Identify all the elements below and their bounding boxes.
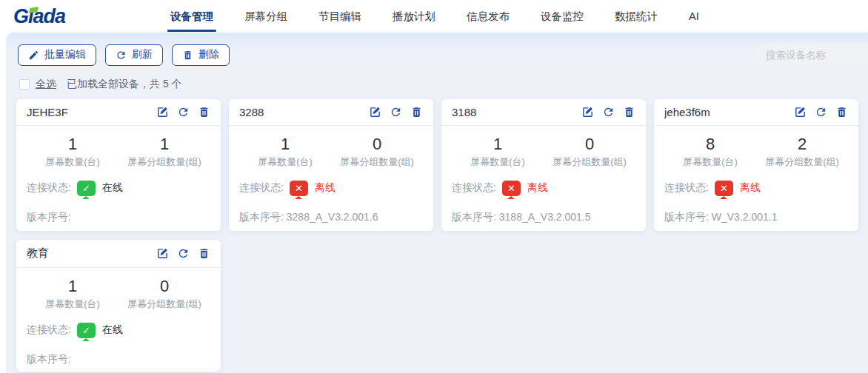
trash-icon[interactable] xyxy=(198,247,210,260)
refresh-label: 刷新 xyxy=(132,48,153,61)
group-count-value: 0 xyxy=(331,135,423,154)
device-stats: 8 屏幕数量(台) 2 屏幕分组数量(组) xyxy=(664,135,848,169)
connection-status-label: 连接状态: xyxy=(452,181,496,195)
screen-count-stat: 1 屏幕数量(台) xyxy=(452,135,544,169)
connection-status-value: 在线 xyxy=(102,323,123,337)
delete-label: 删除 xyxy=(198,48,219,61)
group-count-label: 屏幕分组数量(组) xyxy=(756,155,848,169)
device-card-body: 1 屏幕数量(台) 1 屏幕分组数量(组) 连接状态: ✓ 在线 版本序号: xyxy=(16,126,221,224)
device-card[interactable]: JEHE3F 1 屏幕数量(台) 1 屏幕分组数量(组) 连接状态: ✓ xyxy=(16,99,221,231)
device-name: 3188 xyxy=(452,106,581,118)
batch-edit-label: 批量编辑 xyxy=(44,48,86,61)
connection-status-row: 连接状态: ✕ 离线 xyxy=(239,177,423,199)
screen-count-stat: 1 屏幕数量(台) xyxy=(239,135,331,169)
edit-icon[interactable] xyxy=(156,247,169,260)
nav-item-label: AI xyxy=(689,10,699,22)
nav-item-5[interactable]: 信息发布 xyxy=(464,0,513,33)
status-glyph: ✓ xyxy=(82,325,90,336)
nav-item-2[interactable]: 屏幕分组 xyxy=(241,0,290,33)
group-count-stat: 2 屏幕分组数量(组) xyxy=(756,135,848,169)
screen-count-value: 1 xyxy=(27,135,118,154)
device-name: 3288 xyxy=(239,106,369,118)
edit-icon[interactable] xyxy=(581,106,594,118)
screen-count-label: 屏幕数量(台) xyxy=(27,155,118,169)
refresh-icon[interactable] xyxy=(602,106,615,118)
device-card-header: 教育 xyxy=(16,240,221,268)
brand-logo: Giada xyxy=(0,5,167,28)
device-card-actions xyxy=(369,106,423,118)
device-card[interactable]: jehe3f6m 8 屏幕数量(台) 2 屏幕分组数量(组) 连接状态: xyxy=(654,99,858,231)
nav-item-7[interactable]: 数据统计 xyxy=(612,0,661,33)
connection-status-row: 连接状态: ✓ 在线 xyxy=(27,319,210,341)
device-card[interactable]: 3288 1 屏幕数量(台) 0 屏幕分组数量(组) 连接状态: ✕ xyxy=(229,99,433,231)
monitor-check-icon: ✓ xyxy=(77,181,96,196)
nav-item-1[interactable]: 设备管理 xyxy=(167,0,216,33)
search-input[interactable] xyxy=(754,44,868,66)
connection-status-label: 连接状态: xyxy=(664,181,709,195)
trash-icon[interactable] xyxy=(410,106,423,118)
monitor-check-icon: ✓ xyxy=(77,323,96,338)
device-card-actions xyxy=(794,106,848,118)
connection-status-label: 连接状态: xyxy=(27,181,71,195)
nav-item-6[interactable]: 设备监控 xyxy=(538,0,587,33)
main-nav: 设备管理屏幕分组节目编辑播放计划信息发布设备监控数据统计AI xyxy=(167,0,702,33)
connection-status-row: 连接状态: ✕ 离线 xyxy=(452,177,635,199)
version-text: 版本序号: xyxy=(27,353,210,366)
screen-count-label: 屏幕数量(台) xyxy=(239,155,331,169)
nav-item-8[interactable]: AI xyxy=(686,0,702,33)
connection-status-label: 连接状态: xyxy=(239,181,284,195)
select-all-checkbox[interactable] xyxy=(19,79,30,90)
screen-count-value: 1 xyxy=(239,135,331,154)
device-card-body: 1 屏幕数量(台) 0 屏幕分组数量(组) 连接状态: ✓ 在线 版本序号: xyxy=(16,268,221,366)
refresh-icon[interactable] xyxy=(390,106,402,118)
trash-icon[interactable] xyxy=(198,106,210,118)
nav-item-label: 节目编辑 xyxy=(318,10,361,24)
group-count-label: 屏幕分组数量(组) xyxy=(544,155,635,169)
device-card-body: 8 屏幕数量(台) 2 屏幕分组数量(组) 连接状态: ✕ 离线 版本序号: W… xyxy=(654,126,858,224)
monitor-x-icon: ✕ xyxy=(502,181,521,196)
device-name: jehe3f6m xyxy=(664,106,794,118)
toolbar: 批量编辑 刷新 删除 xyxy=(6,33,868,66)
refresh-icon[interactable] xyxy=(177,247,190,260)
loaded-count-text: 已加载全部设备，共 5 个 xyxy=(67,78,182,91)
status-glyph: ✕ xyxy=(507,183,515,194)
nav-item-3[interactable]: 节目编辑 xyxy=(316,0,364,33)
selection-row: 全选 已加载全部设备，共 5 个 xyxy=(6,66,868,91)
refresh-icon[interactable] xyxy=(815,106,827,118)
device-card-body: 1 屏幕数量(台) 0 屏幕分组数量(组) 连接状态: ✕ 离线 版本序号: 3… xyxy=(229,126,433,224)
nav-item-label: 播放计划 xyxy=(393,10,435,24)
select-all-label[interactable]: 全选 xyxy=(36,78,56,91)
device-card-header: 3188 xyxy=(441,99,646,126)
trash-icon xyxy=(182,50,193,61)
connection-status-value: 离线 xyxy=(527,181,548,195)
connection-status-row: 连接状态: ✕ 离线 xyxy=(664,177,848,199)
group-count-value: 0 xyxy=(544,135,635,154)
edit-icon[interactable] xyxy=(794,106,807,118)
screen-count-label: 屏幕数量(台) xyxy=(664,155,756,169)
device-card[interactable]: 3188 1 屏幕数量(台) 0 屏幕分组数量(组) 连接状态: ✕ xyxy=(441,99,646,231)
connection-status-value: 在线 xyxy=(102,181,123,195)
delete-button[interactable]: 删除 xyxy=(172,44,230,66)
version-text: 版本序号: xyxy=(27,211,210,224)
refresh-icon[interactable] xyxy=(177,106,190,118)
connection-status-label: 连接状态: xyxy=(27,323,71,337)
trash-icon[interactable] xyxy=(623,106,635,118)
edit-icon[interactable] xyxy=(156,106,169,118)
screen-count-value: 1 xyxy=(452,135,544,154)
device-card[interactable]: 教育 1 屏幕数量(台) 0 屏幕分组数量(组) 连接状态: ✓ xyxy=(16,240,221,372)
content-panel: 批量编辑 刷新 删除 全选 已加载全部设备，共 5 个 JEHE3F xyxy=(6,33,868,373)
refresh-button[interactable]: 刷新 xyxy=(105,44,163,66)
brand-logo-text: Giada xyxy=(13,5,65,27)
nav-item-4[interactable]: 播放计划 xyxy=(390,0,438,33)
version-text: 版本序号: 3288_A_V3.2.001.6 xyxy=(239,211,423,224)
trash-icon[interactable] xyxy=(835,106,848,118)
top-nav-bar: Giada 设备管理屏幕分组节目编辑播放计划信息发布设备监控数据统计AI xyxy=(0,0,868,33)
screen-count-value: 8 xyxy=(664,135,756,154)
edit-icon[interactable] xyxy=(369,106,381,118)
device-card-actions xyxy=(156,106,210,118)
batch-edit-button[interactable]: 批量编辑 xyxy=(18,44,96,66)
group-count-value: 0 xyxy=(118,277,210,296)
version-text: 版本序号: 3188_A_V3.2.001.5 xyxy=(452,211,635,224)
nav-item-label: 数据统计 xyxy=(615,10,658,24)
refresh-icon xyxy=(116,50,127,61)
